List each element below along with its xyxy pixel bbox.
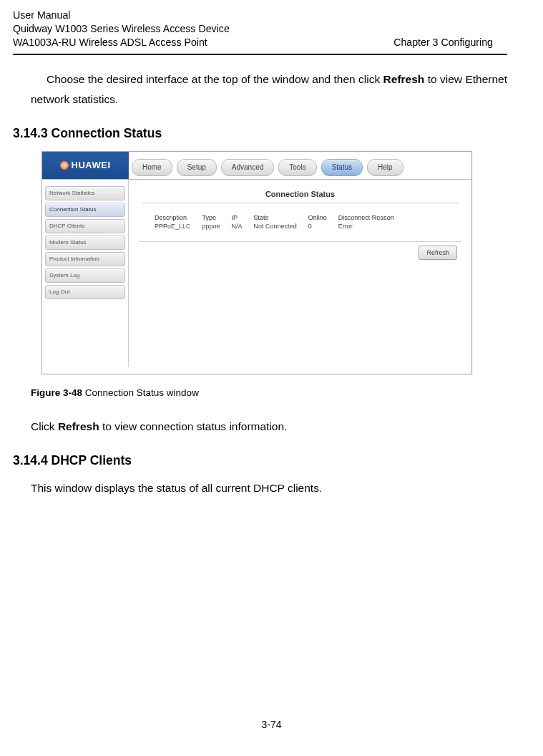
section-heading-dhcp-clients: 3.14.4 DHCP Clients bbox=[13, 453, 507, 468]
sidebar-item-product-information[interactable]: Product Information bbox=[45, 252, 125, 266]
header-line3-right: Chapter 3 Configuring bbox=[393, 36, 507, 49]
paragraph-3: This window displays the status of all c… bbox=[31, 478, 507, 499]
header-line1: User Manual bbox=[13, 9, 507, 22]
page-header: User Manual Quidway W1003 Series Wireles… bbox=[13, 9, 507, 52]
tab-help[interactable]: Help bbox=[367, 159, 403, 176]
refresh-button[interactable]: Refresh bbox=[419, 246, 457, 260]
huawei-flower-icon bbox=[60, 161, 69, 170]
figure-connection-status-window: HUAWEI Home Setup Advanced Tools Status … bbox=[41, 151, 472, 374]
tab-tools[interactable]: Tools bbox=[278, 159, 316, 176]
header-line2: Quidway W1003 Series Wireless Access Dev… bbox=[13, 22, 507, 36]
table-header-row: Description Type IP State Online Disconn… bbox=[149, 213, 400, 222]
main-panel: Connection Status Description Type IP St… bbox=[129, 180, 471, 367]
sidebar-item-modem-status[interactable]: Modem Status bbox=[45, 236, 125, 250]
sidebar: Network Statistics Connection Status DHC… bbox=[42, 180, 129, 367]
tab-advanced[interactable]: Advanced bbox=[221, 159, 274, 176]
figure-caption: Figure 3-48 Connection Status window bbox=[31, 387, 507, 398]
page-number: 3-74 bbox=[0, 719, 543, 730]
brand-logo: HUAWEI bbox=[42, 152, 129, 179]
main-nav-tabs: Home Setup Advanced Tools Status Help bbox=[129, 152, 471, 179]
section-heading-connection-status: 3.14.3 Connection Status bbox=[13, 126, 507, 141]
paragraph-2: Click Refresh to view connection status … bbox=[31, 417, 507, 437]
panel-title: Connection Status bbox=[142, 190, 459, 198]
sidebar-item-network-statistics[interactable]: Network Statistics bbox=[45, 186, 125, 200]
header-line3-left: WA1003A-RU Wireless ADSL Access Point bbox=[13, 36, 207, 49]
header-rule bbox=[13, 54, 507, 55]
sidebar-item-system-log[interactable]: System Log bbox=[45, 268, 125, 283]
sidebar-item-log-out[interactable]: Log Out bbox=[45, 285, 125, 299]
tab-setup[interactable]: Setup bbox=[177, 159, 217, 176]
tab-status[interactable]: Status bbox=[321, 159, 363, 176]
connection-status-table: Description Type IP State Online Disconn… bbox=[149, 213, 400, 231]
sidebar-item-connection-status[interactable]: Connection Status bbox=[45, 203, 125, 217]
sidebar-item-dhcp-clients[interactable]: DHCP Clients bbox=[45, 219, 125, 233]
screenshot-topbar: HUAWEI Home Setup Advanced Tools Status … bbox=[42, 152, 471, 179]
paragraph-1: Choose the desired interface at the top … bbox=[31, 69, 507, 110]
tab-home[interactable]: Home bbox=[132, 159, 172, 176]
table-row: PPPoE_LLC pppoe N/A Not Connected 0 Erro… bbox=[149, 222, 400, 231]
